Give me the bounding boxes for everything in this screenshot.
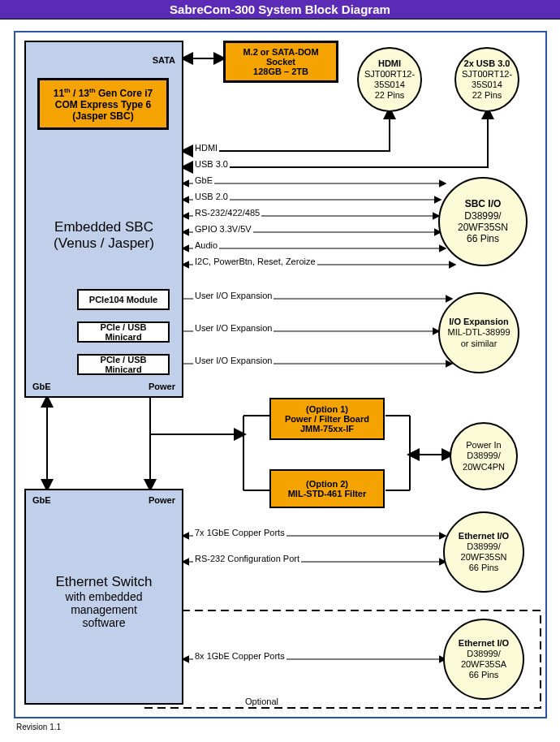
opt1-l1: (Option 1) (306, 404, 348, 414)
bus-gbe: GbE (193, 175, 214, 185)
ioexp-title: I/O Expansion (449, 317, 508, 327)
eth2-title: Ethernet I/O (459, 638, 509, 649)
diagram-stage: SabreCom-300 System Block Diagram (0, 0, 560, 742)
eth-gbe-label: GbE (32, 495, 51, 505)
hdmi-l2: 35S014 (374, 80, 405, 90)
eth-power-label: Power (149, 495, 175, 505)
bus-usb30: USB 3.0 (193, 159, 230, 169)
bus-hdmi: HDMI (193, 143, 219, 153)
hdmi-title: HDMI (378, 58, 401, 69)
pcie104-module: PCIe104 Module (77, 289, 170, 310)
eth2-l3: 66 Pins (469, 670, 499, 680)
option1-block: (Option 1) Power / Filter Board JMM-75xx… (269, 398, 385, 440)
com-line2: COM Express Type 6 (55, 99, 152, 110)
pwr-l2: 20WC4PN (463, 462, 505, 472)
usb-l3: 22 Pins (472, 90, 502, 101)
option2-block: (Option 2) MIL-STD-461 Filter (269, 469, 385, 508)
usb-title: 2x USB 3.0 (464, 58, 510, 69)
bus-uio3: User I/O Expansion (193, 356, 274, 365)
io-expansion-connector: I/O Expansion MIL-DTL-38999 or similar (438, 292, 519, 373)
eth2-l2: 20WF35SA (461, 659, 506, 670)
minicard-2: PCIe / USB Minicard (77, 354, 170, 375)
sata-label: SATA (153, 55, 175, 65)
usb-l1: SJT00RT12- (462, 69, 512, 80)
eth-line4: software (83, 616, 126, 629)
com-line3: (Jasper SBC) (72, 110, 133, 122)
bus-eth7: 7x 1GbE Copper Ports (193, 528, 286, 537)
ethernet-io-1-connector: Ethernet I/O D38999/ 20WF35SN 66 Pins (443, 511, 524, 593)
ethernet-io-2-connector: Ethernet I/O D38999/ 20WF35SA 66 Pins (443, 619, 524, 700)
sbcio-l2: 20WF35SN (458, 222, 508, 233)
bus-uio1: User I/O Expansion (193, 291, 274, 300)
bus-uio2: User I/O Expansion (193, 323, 274, 333)
hdmi-l1: SJT00RT12- (364, 69, 415, 80)
opt1-l3: JMM-75xx-IF (300, 424, 354, 434)
eth1-l2: 20WF35SN (461, 552, 507, 563)
sbc-title-line2: (Venus / Jasper) (54, 235, 154, 252)
hdmi-connector: HDMI SJT00RT12- 35S014 22 Pins (357, 47, 422, 112)
bus-usb20: USB 2.0 (193, 192, 230, 201)
sbc-io-connector: SBC I/O D38999/ 20WF35SN 66 Pins (438, 177, 528, 266)
bus-gpio: GPIO 3.3V/5V (193, 224, 253, 234)
ioexp-l2: or similar (461, 339, 498, 349)
optional-label: Optional (243, 697, 280, 706)
storage-l3: 128GB – 2TB (253, 67, 308, 76)
usb-connector: 2x USB 3.0 SJT00RT12- 35S014 22 Pins (454, 47, 519, 112)
bus-rs: RS-232/422/485 (193, 208, 261, 218)
pwr-title: Power In (466, 440, 501, 451)
bus-i2c: I2C, PowerBtn, Reset, Zeroize (193, 257, 317, 266)
eth1-l1: D38999/ (467, 541, 501, 552)
com-express-block: 11th / 13th Gen Core i7 COM Express Type… (37, 78, 169, 130)
sbc-power-label: Power (149, 382, 175, 391)
sbcio-l1: D38999/ (464, 210, 501, 222)
revision-label: Revision 1.1 (16, 723, 61, 731)
sbc-title-line1: Embedded SBC (54, 219, 153, 235)
hdmi-l3: 22 Pins (375, 90, 405, 101)
com-line1: 11th / 13th Gen Core i7 (54, 87, 153, 99)
opt2-l2: MIL-STD-461 Filter (288, 489, 367, 498)
sbcio-title: SBC I/O (465, 198, 502, 209)
minicard-1: PCIe / USB Minicard (77, 321, 170, 343)
eth2-l1: D38999/ (467, 649, 501, 659)
pwr-l1: D38999/ (467, 451, 501, 461)
ethernet-switch-block: GbE Power Ethernet Switch with embedded … (24, 489, 183, 705)
usb-l2: 35S014 (472, 80, 502, 90)
eth-line1: Ethernet Switch (55, 574, 152, 590)
eth-line2: with embedded (66, 590, 143, 603)
sbc-gbe-label: GbE (32, 382, 51, 391)
storage-l2: Socket (266, 57, 295, 67)
eth1-title: Ethernet I/O (459, 531, 509, 541)
opt1-l2: Power / Filter Board (285, 414, 369, 424)
storage-l1: M.2 or SATA-DOM (243, 47, 318, 57)
sbcio-l3: 66 Pins (467, 233, 499, 244)
title-bar: SabreCom-300 System Block Diagram (0, 0, 560, 19)
eth-line3: management (71, 603, 137, 616)
bus-eth8: 8x 1GbE Copper Ports (193, 651, 286, 661)
power-in-connector: Power In D38999/ 20WC4PN (450, 422, 518, 490)
bus-audio: Audio (193, 240, 219, 250)
ioexp-l1: MIL-DTL-38999 (447, 327, 510, 338)
bus-cfg: RS-232 Configuration Port (193, 554, 301, 563)
opt2-l1: (Option 2) (306, 479, 348, 489)
storage-block: M.2 or SATA-DOM Socket 128GB – 2TB (223, 41, 338, 83)
eth1-l3: 66 Pins (469, 563, 499, 573)
